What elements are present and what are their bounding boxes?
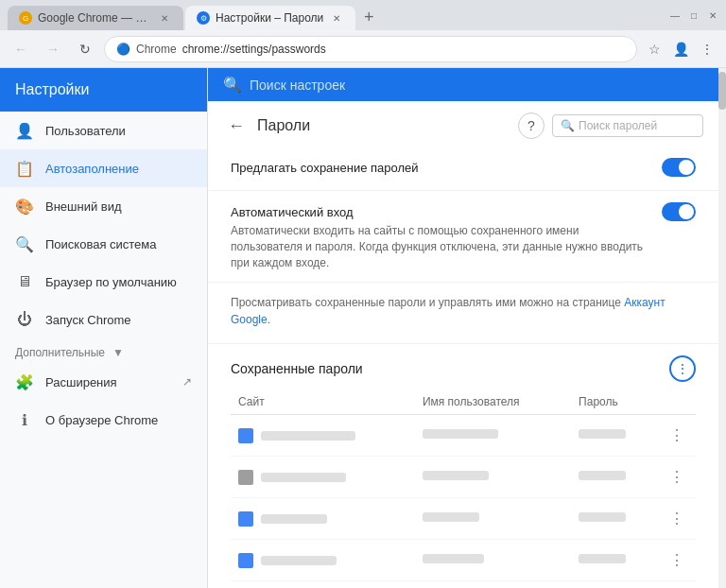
auto-login-setting: Автоматический вход Автоматически входит… [208, 191, 718, 283]
offer-save-label: Предлагать сохранение паролей [231, 161, 419, 175]
row1-password [579, 429, 626, 439]
more-options-button[interactable]: ⋮ [669, 355, 696, 382]
menu-icon[interactable]: ⋮ [696, 38, 718, 61]
sidebar-title: Настройки [0, 68, 207, 112]
info-text-1: Просматривать сохраненные пароли и управ… [231, 296, 624, 309]
extensions-icon: 🧩 [15, 372, 34, 391]
sidebar: Настройки 👤 Пользователи 📋 Автозаполнени… [0, 68, 208, 588]
auto-login-desc: Автоматически входить на сайты с помощью… [231, 223, 649, 270]
col-site: Сайт [231, 389, 415, 415]
row1-favicon [238, 428, 253, 443]
col-action [658, 389, 696, 415]
tab2-close-button[interactable]: ✕ [329, 10, 344, 26]
window-controls: — □ ✕ [669, 9, 718, 21]
table-row: ⋮ [231, 581, 696, 588]
tab2-label: Настройки – Пароли [216, 11, 323, 25]
address-bar[interactable]: 🔵 Chrome chrome://settings/passwords [104, 36, 637, 62]
table-row: ⋮ [231, 540, 696, 581]
tab2-favicon: ⚙ [197, 11, 210, 25]
row2-action-button[interactable]: ⋮ [666, 464, 688, 490]
titlebar: G Google Chrome — скачать бесп... ✕ ⚙ На… [0, 0, 726, 30]
back-button[interactable]: ← [8, 36, 34, 62]
chrome-label: Chrome [136, 43, 177, 56]
default-browser-icon: 🖥 [15, 272, 34, 291]
address-icons: ☆ 👤 ⋮ [643, 38, 718, 61]
row4-password [579, 554, 626, 563]
row3-password [579, 512, 626, 522]
sidebar-label-about: О браузере Chrome [45, 413, 158, 427]
users-icon: 👤 [15, 121, 34, 140]
pw-search-placeholder: Поиск паролей [579, 119, 657, 132]
row4-username [423, 554, 484, 563]
sidebar-item-users[interactable]: 👤 Пользователи [0, 112, 207, 149]
passwords-area: ← Пароли ? 🔍 Поиск паролей Предлагать со… [208, 101, 718, 588]
sidebar-item-appearance[interactable]: 🎨 Внешний вид [0, 187, 207, 225]
row2-password [579, 471, 626, 480]
sidebar-item-about[interactable]: ℹ О браузере Chrome [0, 401, 207, 439]
sidebar-label-search: Поисковая система [45, 237, 157, 251]
col-password: Пароль [571, 389, 658, 415]
sidebar-label-autofill: Автозаполнение [45, 162, 139, 176]
table-row: ⋮ [231, 457, 696, 498]
tab1-close-button[interactable]: ✕ [157, 10, 172, 26]
saved-passwords-title: Сохраненные пароли ⋮ [231, 355, 696, 382]
help-button[interactable]: ? [518, 112, 544, 139]
new-tab-button[interactable]: + [355, 4, 382, 30]
forward-button[interactable]: → [40, 36, 66, 62]
auto-login-toggle[interactable] [662, 202, 696, 221]
sidebar-label-extensions: Расширения [45, 375, 117, 389]
settings-search-input[interactable] [250, 78, 703, 93]
autofill-icon: 📋 [15, 159, 34, 178]
appearance-icon: 🎨 [15, 197, 34, 216]
secure-icon: 🔵 [116, 43, 130, 56]
table-row: ⋮ [231, 498, 696, 540]
scrollbar-thumb[interactable] [718, 72, 726, 110]
sidebar-label-default: Браузер по умолчанию [45, 275, 177, 289]
close-window-button[interactable]: ✕ [707, 9, 718, 21]
row2-site [261, 473, 346, 482]
settings-search-bar[interactable]: 🔍 [208, 68, 718, 101]
search-engine-icon: 🔍 [15, 234, 34, 253]
sidebar-item-extensions[interactable]: 🧩 Расширения ↗ [0, 363, 207, 401]
tab-1[interactable]: G Google Chrome — скачать бесп... ✕ [8, 6, 183, 30]
sidebar-advanced[interactable]: Дополнительные ▼ [0, 338, 207, 363]
sidebar-label-appearance: Внешний вид [45, 199, 122, 214]
row3-favicon [238, 511, 253, 527]
maximize-button[interactable]: □ [688, 9, 700, 21]
sidebar-item-search[interactable]: 🔍 Поисковая система [0, 225, 207, 263]
sidebar-item-default-browser[interactable]: 🖥 Браузер по умолчанию [0, 263, 207, 301]
tab1-favicon: G [19, 11, 32, 25]
offer-save-setting: Предлагать сохранение паролей [208, 147, 718, 191]
main-layout: Настройки 👤 Пользователи 📋 Автозаполнени… [0, 68, 726, 588]
profile-icon[interactable]: 👤 [669, 38, 692, 61]
scrollbar-track[interactable] [718, 68, 726, 588]
bookmark-icon[interactable]: ☆ [643, 38, 666, 61]
addressbar: ← → ↻ 🔵 Chrome chrome://settings/passwor… [0, 30, 726, 68]
back-button[interactable]: ← [223, 112, 250, 139]
row3-username [423, 512, 479, 522]
about-icon: ℹ [15, 410, 34, 429]
row1-site [261, 431, 355, 441]
sidebar-label-startup: Запуск Chrome [45, 313, 131, 327]
offer-save-toggle[interactable] [662, 158, 696, 177]
row3-action-button[interactable]: ⋮ [666, 506, 688, 531]
address-url: chrome://settings/passwords [182, 43, 326, 56]
row4-action-button[interactable]: ⋮ [666, 547, 688, 573]
page-title: Пароли [257, 117, 510, 134]
sidebar-item-autofill[interactable]: 📋 Автозаполнение [0, 149, 207, 187]
search-icon: 🔍 [223, 76, 242, 94]
refresh-button[interactable]: ↻ [72, 36, 98, 62]
auto-login-label: Автоматический вход [231, 205, 354, 219]
row3-site [261, 514, 327, 524]
minimize-button[interactable]: — [669, 9, 681, 21]
row1-action-button[interactable]: ⋮ [666, 423, 688, 448]
extensions-external-icon: ↗ [182, 375, 192, 389]
advanced-label: Дополнительные [15, 346, 105, 359]
sidebar-item-startup[interactable]: ⏻ Запуск Chrome [0, 301, 207, 338]
tab-strip: G Google Chrome — скачать бесп... ✕ ⚙ На… [8, 0, 669, 30]
saved-title-label: Сохраненные пароли [231, 361, 363, 376]
content-area: 🔍 ← Пароли ? 🔍 Поиск паролей Предлагать … [208, 68, 718, 588]
tab-2[interactable]: ⚙ Настройки – Пароли ✕ [185, 6, 355, 30]
pw-search-icon: 🔍 [561, 119, 575, 132]
passwords-search-box[interactable]: 🔍 Поиск паролей [552, 114, 703, 137]
